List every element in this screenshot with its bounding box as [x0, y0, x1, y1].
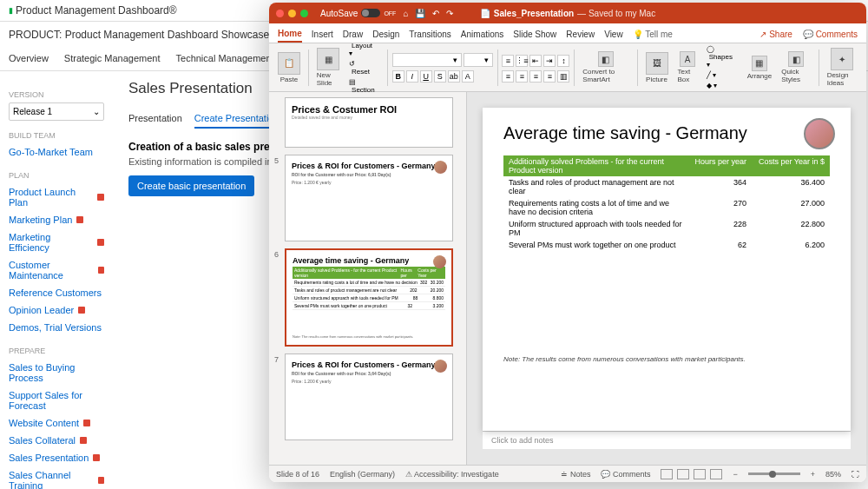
indent-dec-button[interactable]: ⇤ — [529, 55, 542, 67]
save-icon[interactable]: 💾 — [415, 9, 425, 18]
redo-icon[interactable]: ↷ — [446, 9, 453, 18]
bullets-button[interactable]: ≡ — [502, 55, 514, 67]
version-select[interactable]: Release 1⌄ — [9, 102, 104, 121]
sidebar-item[interactable]: Product Launch Plan — [9, 183, 104, 211]
zoom-in-icon[interactable]: + — [811, 470, 815, 479]
table-row: Tasks and roles of product management ar… — [503, 176, 830, 197]
sidebar-item[interactable]: Support Sales for Forecast — [9, 387, 104, 414]
new-slide-button[interactable]: ▦New Slide — [313, 46, 344, 89]
tab-technical[interactable]: Technical Management — [176, 48, 274, 70]
current-slide[interactable]: Average time saving - Germany Additional… — [483, 108, 851, 431]
ribbon-review[interactable]: Review — [566, 27, 595, 42]
convert-smartart-button[interactable]: ◧Convert to SmartArt — [579, 50, 633, 85]
italic-button[interactable]: I — [406, 70, 418, 83]
tab-strategic[interactable]: Strategic Management — [64, 48, 161, 70]
comments-button[interactable]: 💬 Comments — [803, 30, 858, 39]
ribbon-insert[interactable]: Insert — [312, 27, 333, 42]
ribbon-draw[interactable]: Draw — [343, 27, 363, 42]
sidebar-item[interactable]: Opinion Leader — [9, 301, 104, 319]
reset-button[interactable]: ↺ Reset — [346, 59, 383, 76]
autosave-state: OFF — [384, 10, 396, 17]
subtab-presentation[interactable]: Presentation — [128, 109, 182, 129]
thumb-title-slide[interactable]: Prices & Costumer ROI Detailed saved tim… — [285, 97, 453, 148]
maximize-icon[interactable] — [300, 10, 308, 17]
sidebar-item[interactable]: Sales Collateral — [9, 432, 104, 449]
autosave-toggle[interactable]: AutoSave OFF — [320, 9, 396, 18]
sidebar-item[interactable]: Website Content — [9, 414, 104, 432]
align-right-button[interactable]: ≡ — [529, 70, 542, 83]
slide-editor: Average time saving - Germany Additional… — [467, 92, 866, 465]
quickstyles-button[interactable]: ◧Quick Styles — [778, 50, 814, 85]
slide-counter: Slide 8 of 16 — [276, 470, 319, 479]
columns-button[interactable]: ▥ — [557, 70, 569, 83]
indent-inc-button[interactable]: ⇥ — [543, 55, 556, 67]
ribbon-view[interactable]: View — [604, 27, 623, 42]
shapes-button[interactable]: ◯ Shapes ▾ — [704, 44, 741, 69]
fit-view-icon[interactable]: ⛶ — [852, 470, 859, 479]
sidebar-item[interactable]: Marketing Plan — [9, 211, 104, 228]
flag-icon — [98, 477, 104, 484]
numbering-button[interactable]: ⋮≡ — [516, 55, 528, 67]
sidebar-item[interactable]: Sales to Buying Process — [9, 359, 104, 387]
home-icon[interactable]: ⌂ — [403, 9, 408, 18]
share-button[interactable]: ↗ Share — [760, 30, 792, 39]
minimize-icon[interactable] — [288, 10, 296, 17]
design-ideas-button[interactable]: ✦Design Ideas — [824, 46, 861, 89]
align-justify-button[interactable]: ≡ — [543, 70, 556, 83]
fontsize-select[interactable]: ▾ — [464, 53, 493, 67]
picture-button[interactable]: 🖼Picture — [642, 50, 672, 85]
notes-toggle[interactable]: ≐ Notes — [561, 470, 590, 479]
sorter-view-icon[interactable] — [677, 469, 689, 479]
sidebar-item[interactable]: Reference Customers — [9, 284, 104, 301]
zoom-level[interactable]: 85% — [825, 470, 841, 479]
more-font-button[interactable]: ab — [448, 70, 460, 83]
ribbon-slideshow[interactable]: Slide Show — [513, 27, 556, 42]
tab-overview[interactable]: Overview — [9, 48, 49, 70]
notes-input[interactable]: Click to add notes — [483, 431, 851, 449]
reading-view-icon[interactable] — [694, 469, 706, 479]
ribbon-animations[interactable]: Animations — [461, 27, 503, 42]
language-status[interactable]: English (Germany) — [330, 470, 395, 479]
sidebar-item[interactable]: Marketing Efficiency — [9, 228, 104, 256]
ribbon-tabs: Home Insert Draw Design Transitions Anim… — [269, 23, 866, 43]
tell-me[interactable]: 💡 Tell me — [633, 27, 673, 42]
paste-button[interactable]: 📋Paste — [274, 50, 304, 85]
slideshow-view-icon[interactable] — [710, 469, 722, 479]
accessibility-status[interactable]: ⚠ Accessibility: Investigate — [405, 470, 499, 479]
font-select[interactable]: ▾ — [392, 53, 462, 67]
linespacing-button[interactable]: ↕ — [557, 55, 569, 67]
align-left-button[interactable]: ≡ — [502, 70, 514, 83]
arrange-button[interactable]: ▦Arrange — [744, 54, 775, 82]
fontcolor-button[interactable]: A — [462, 70, 474, 83]
comments-toggle[interactable]: 💬 Comments — [601, 470, 650, 479]
sidebar-item[interactable]: Sales Presentation — [9, 449, 104, 466]
undo-icon[interactable]: ↶ — [432, 9, 439, 18]
flag-icon — [76, 216, 83, 223]
create-presentation-button[interactable]: Create basic presentation — [128, 175, 254, 196]
underline-button[interactable]: U — [420, 70, 432, 83]
thumb-slide-7[interactable]: Prices & ROI for Customers - Germany ROI… — [285, 354, 453, 440]
textbox-button[interactable]: AText Box — [674, 50, 701, 85]
bold-button[interactable]: B — [392, 70, 404, 83]
zoom-out-icon[interactable]: − — [733, 470, 737, 479]
sidebar-item[interactable]: Demos, Trial Versions — [9, 319, 104, 336]
ribbon-design[interactable]: Design — [372, 27, 399, 42]
ribbon-home[interactable]: Home — [278, 26, 302, 43]
flag-icon — [80, 437, 87, 444]
strike-button[interactable]: S — [434, 70, 446, 83]
zoom-slider[interactable] — [748, 472, 800, 475]
thumb-slide-6[interactable]: Average time saving - Germany Additional… — [285, 248, 453, 347]
thumb-slide-5[interactable]: Prices & ROI for Customers - Germany ROI… — [285, 155, 453, 241]
flag-icon — [83, 420, 90, 426]
close-icon[interactable] — [276, 10, 284, 17]
shape-fill-button[interactable]: ◆ ▾ — [704, 81, 741, 90]
ribbon-transitions[interactable]: Transitions — [409, 27, 451, 42]
shape-line-button[interactable]: ╱ ▾ — [704, 70, 741, 80]
version-label: VERSION — [9, 90, 104, 99]
subtab-create[interactable]: Create Presentation — [194, 109, 279, 129]
sidebar-item[interactable]: Sales Channel Training — [9, 466, 104, 489]
align-center-button[interactable]: ≡ — [516, 70, 528, 83]
sidebar-item[interactable]: Customer Maintenance — [9, 256, 104, 284]
normal-view-icon[interactable] — [661, 469, 673, 479]
sidebar-item-gtm-team[interactable]: Go-To-Market Team — [9, 143, 104, 161]
